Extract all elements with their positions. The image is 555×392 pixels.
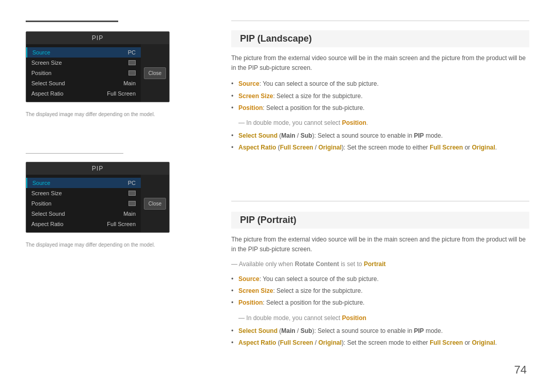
pip-landscape-bullets2: Select Sound (Main / Sub): Select a soun… bbox=[231, 130, 529, 154]
pip-landscape-slash1: / bbox=[295, 132, 301, 139]
pip-landscape-aspectratio-text: ): Set the screen mode to either bbox=[342, 144, 430, 151]
page-number: 74 bbox=[514, 363, 527, 377]
pip-row-source-value: PC bbox=[128, 49, 136, 55]
top-rule-left bbox=[26, 21, 118, 22]
pip-landscape-position-bold: Position bbox=[238, 104, 263, 111]
pip-portrait-aspectratio-bold: Aspect Ratio bbox=[238, 339, 276, 346]
pip-landscape-position-subnote-period: . bbox=[366, 119, 368, 126]
pip-portrait-row-aspect-ratio[interactable]: Aspect Ratio Full Screen bbox=[26, 219, 141, 229]
pip-portrait-row-position[interactable]: Position bbox=[26, 198, 141, 209]
pip-landscape-fullscreen-bold: Full Screen bbox=[280, 144, 313, 151]
pip-portrait-aspectratio-paren: ( bbox=[276, 339, 280, 346]
pip-portrait-position-subnote-bold: Position bbox=[342, 314, 366, 322]
pip-portrait-description: The picture from the external video sour… bbox=[231, 235, 529, 254]
pip-landscape-main-bold: Main bbox=[281, 132, 295, 139]
pip-row-select-sound[interactable]: Select Sound Main bbox=[26, 78, 141, 88]
pip-portrait-or: or bbox=[463, 339, 472, 346]
pip-row-source-label: Source bbox=[32, 49, 128, 55]
pip-landscape-bullet-aspectratio: Aspect Ratio (Full Screen / Original): S… bbox=[231, 142, 529, 154]
pip-portrait-selectsound-text: ): Select a sound source to enable in bbox=[312, 327, 414, 334]
pip-portrait-menu: Source PC Screen Size Position Select So… bbox=[26, 175, 141, 232]
pip-portrait-source-bold: Source bbox=[238, 275, 260, 283]
pip-landscape-heading-text: PIP (Landscape) bbox=[240, 33, 312, 44]
pip-portrait-portrait-bold: Portrait bbox=[364, 260, 386, 268]
pip-portrait-section: PIP (Portrait) The picture from the exte… bbox=[231, 212, 529, 372]
pip-landscape-bullet-source: Source: You can select a source of the s… bbox=[231, 78, 529, 90]
pip-landscape-heading: PIP (Landscape) bbox=[231, 30, 529, 47]
pip-portrait-close-button[interactable]: Close bbox=[144, 198, 166, 210]
pip-landscape-description: The picture from the external video sour… bbox=[231, 53, 529, 73]
pip-landscape-screensize-text: : Select a size for the subpicture. bbox=[273, 92, 362, 100]
pip-portrait-row-select-sound[interactable]: Select Sound Main bbox=[26, 209, 141, 219]
top-rule-right bbox=[231, 21, 529, 21]
pip-portrait-position-text: : Select a position for the sub-picture. bbox=[263, 299, 364, 306]
pip-portrait-row-position-icon bbox=[128, 201, 136, 206]
pip-landscape-selectsound-text: ): Select a sound source to enable in bbox=[312, 132, 414, 139]
pip-portrait-original-bold2: Original bbox=[472, 339, 495, 346]
pip-landscape-menu: Source PC Screen Size Position Select So… bbox=[26, 44, 141, 102]
pip-portrait-heading-text: PIP (Portrait) bbox=[240, 215, 297, 225]
pip-landscape-body: Source PC Screen Size Position Select So… bbox=[26, 44, 169, 102]
pip-row-screen-size-label: Screen Size bbox=[31, 60, 128, 66]
pip-portrait-source-text: : You can select a source of the sub pic… bbox=[260, 275, 379, 283]
pip-landscape-position-subnote-text: In double mode, you cannot select bbox=[246, 119, 342, 126]
pip-row-aspect-ratio[interactable]: Aspect Ratio Full Screen bbox=[26, 88, 141, 99]
pip-portrait-aspectratio-text: ): Set the screen mode to either bbox=[342, 339, 430, 346]
pip-portrait-bullet-aspectratio: Aspect Ratio (Full Screen / Original): S… bbox=[231, 337, 529, 349]
pip-portrait-original-bold: Original bbox=[318, 339, 341, 346]
pip-portrait-fullscreen-bold: Full Screen bbox=[280, 339, 313, 346]
pip-landscape-source-bold: Source bbox=[238, 80, 260, 87]
pip-row-aspect-ratio-value: Full Screen bbox=[107, 90, 136, 97]
pip-portrait-available-prefix: Available only when bbox=[239, 260, 295, 268]
pip-landscape-close-area: Close bbox=[141, 44, 169, 102]
pip-portrait-row-aspect-ratio-value: Full Screen bbox=[107, 221, 136, 227]
pip-landscape-note: The displayed image may differ depending… bbox=[26, 111, 200, 117]
pip-portrait-row-source[interactable]: Source PC bbox=[26, 178, 141, 188]
pip-portrait-position-subnote: In double mode, you cannot select Positi… bbox=[238, 313, 529, 323]
pip-portrait-bullet-source: Source: You can select a source of the s… bbox=[231, 273, 529, 285]
pip-portrait-close-area: Close bbox=[141, 175, 169, 232]
pip-portrait-row-screen-size-label: Screen Size bbox=[31, 190, 128, 196]
pip-landscape-close-button[interactable]: Close bbox=[144, 67, 166, 79]
pip-portrait-slash2: / bbox=[313, 339, 318, 346]
pip-landscape-selectsound-bold: Select Sound bbox=[238, 132, 278, 139]
pip-landscape-box: PIP Source PC Screen Size Position bbox=[26, 31, 170, 102]
right-divider bbox=[231, 201, 529, 201]
pip-landscape-original-bold2: Original bbox=[472, 144, 495, 151]
pip-portrait-row-aspect-ratio-label: Aspect Ratio bbox=[31, 221, 107, 227]
pip-portrait-position-subnote-text: In double mode, you cannot select bbox=[246, 314, 342, 322]
pip-portrait-position-bold: Position bbox=[238, 299, 263, 306]
pip-portrait-note: The displayed image may differ depending… bbox=[26, 242, 200, 248]
pip-landscape-original-bold: Original bbox=[318, 144, 341, 151]
pip-landscape-fullscreen-bold2: Full Screen bbox=[430, 144, 463, 151]
pip-portrait-screensize-bold: Screen Size bbox=[238, 287, 273, 294]
pip-row-position[interactable]: Position bbox=[26, 68, 141, 78]
pip-row-aspect-ratio-label: Aspect Ratio bbox=[31, 90, 107, 97]
pip-portrait-heading: PIP (Portrait) bbox=[231, 212, 529, 229]
left-spacer bbox=[26, 133, 200, 153]
pip-portrait-title: PIP bbox=[26, 162, 169, 175]
pip-landscape-bullet-screensize: Screen Size: Select a size for the subpi… bbox=[231, 90, 529, 102]
pip-portrait-available-note: Available only when Rotate Content is se… bbox=[231, 259, 529, 269]
right-column: PIP (Landscape) The picture from the ext… bbox=[200, 21, 529, 371]
pip-landscape-aspectratio-bold: Aspect Ratio bbox=[238, 144, 276, 151]
pip-landscape-bullet-selectsound: Select Sound (Main / Sub): Select a soun… bbox=[231, 130, 529, 142]
pip-landscape-bullet-position: Position: Select a position for the sub-… bbox=[231, 102, 529, 114]
pip-portrait-pip-bold: PIP bbox=[414, 327, 424, 334]
pip-row-screen-size[interactable]: Screen Size bbox=[26, 58, 141, 68]
pip-landscape-section: PIP (Landscape) The picture from the ext… bbox=[231, 30, 529, 191]
pip-row-select-sound-label: Select Sound bbox=[31, 80, 123, 86]
pip-landscape-sub-bold: Sub bbox=[301, 132, 312, 139]
pip-portrait-row-screen-size-icon bbox=[128, 191, 136, 196]
pip-portrait-row-source-value: PC bbox=[128, 180, 136, 186]
pip-portrait-period: . bbox=[495, 339, 497, 346]
pip-row-source[interactable]: Source PC bbox=[26, 47, 141, 58]
pip-portrait-row-screen-size[interactable]: Screen Size bbox=[26, 188, 141, 198]
pip-landscape-source-text: : You can select a source of the sub pic… bbox=[260, 80, 379, 87]
pip-portrait-fullscreen-bold2: Full Screen bbox=[430, 339, 463, 346]
left-mid-rule bbox=[26, 153, 123, 154]
pip-portrait-selectsound-bold: Select Sound bbox=[238, 327, 278, 334]
pip-landscape-title: PIP bbox=[26, 32, 169, 44]
pip-portrait-row-select-sound-label: Select Sound bbox=[31, 211, 123, 217]
pip-landscape-slash2: / bbox=[313, 144, 318, 151]
